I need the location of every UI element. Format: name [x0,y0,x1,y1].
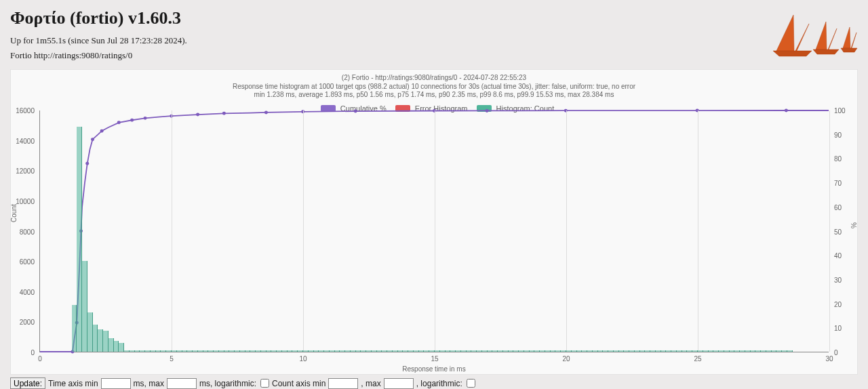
y-left-tick: 0 [31,349,35,356]
histogram-bar [467,350,472,352]
x-tick: 20 [562,355,570,363]
y-right-tick: 10 [834,325,842,332]
svg-point-4 [91,138,94,141]
svg-point-11 [222,112,226,115]
histogram-bar [477,350,482,352]
histogram-bar [314,350,319,352]
x-tick: 0 [38,355,42,363]
count-axis-min-input[interactable] [328,378,358,389]
histogram-bar [524,350,530,352]
histogram-bar [256,350,261,352]
time-axis-log-checkbox[interactable] [260,379,269,388]
histogram-bar [366,350,372,352]
histogram-bar [713,350,719,352]
histogram-bar [72,305,77,352]
chart-title-line3: min 1.238 ms, average 1.893 ms, p50 1.56… [11,91,857,100]
histogram-bar [172,350,177,352]
histogram-bar [361,350,366,352]
histogram-bar [572,350,577,352]
plot-area: 0510152025300200040006000800010000120001… [39,110,829,352]
svg-point-12 [264,110,268,114]
y-right-tick: 50 [834,228,842,235]
histogram-bar [324,350,330,352]
histogram-bar [377,350,382,352]
count-axis-log-label: , logarithmic: [416,379,462,388]
histogram-bar [551,350,556,352]
histogram-bar [271,350,277,352]
histogram-bar [408,350,414,352]
histogram-bar [187,350,193,352]
svg-point-10 [196,113,199,117]
histogram-bar [198,350,203,352]
histogram-bar [608,350,614,352]
histogram-bar [471,350,477,352]
x-tick: 25 [694,355,701,363]
histogram-bar [692,350,698,352]
histogram-bar [214,350,219,352]
histogram-bar [219,350,224,352]
histogram-bar [530,350,535,352]
y-left-tick: 16000 [16,107,35,115]
histogram-bar [719,350,724,352]
time-axis-max-input[interactable] [167,378,197,389]
histogram-bar [156,350,161,352]
y-left-tick: 10000 [16,197,35,205]
svg-point-6 [117,121,121,124]
count-axis-max-input[interactable] [384,378,414,389]
histogram-bar [224,350,230,352]
histogram-bar [419,350,425,352]
histogram-bar [309,350,314,352]
svg-point-7 [130,119,134,122]
count-axis-log-checkbox[interactable] [467,379,475,388]
histogram-bar [776,350,782,352]
histogram-bar [140,350,145,352]
y-left-tick: 8000 [20,228,35,235]
histogram-bar [624,350,629,352]
histogram-bar [124,350,130,352]
y-right-axis-title: % [851,222,859,228]
x-tick: 15 [431,355,438,363]
page-title: Φορτίο (fortio) v1.60.3 [10,8,858,28]
histogram-bar [319,350,324,352]
histogram-bar [93,325,98,352]
histogram-bar [782,350,787,352]
update-button[interactable]: Update: [10,377,45,389]
histogram-bar [340,350,345,352]
y-right-tick: 70 [834,180,842,187]
y-left-tick: 14000 [16,137,35,144]
histogram-bar [277,350,282,352]
histogram-bar [82,261,87,352]
histogram-bar [351,350,356,352]
histogram-bar [709,350,714,352]
histogram-bar [108,338,114,352]
histogram-bar [740,350,745,352]
x-tick: 5 [170,355,174,363]
time-axis-log-label: ms, logarithmic: [199,379,256,388]
histogram-bar [267,350,272,352]
histogram-bar [303,350,309,352]
histogram-bar [619,350,625,352]
histogram-bar [298,350,303,352]
y-left-tick: 2000 [20,319,35,326]
y-right-tick: 90 [834,131,842,138]
histogram-bar [734,350,740,352]
histogram-bar [582,350,587,352]
histogram-bar [261,350,267,352]
histogram-bar [98,329,103,352]
histogram-bar [130,350,135,352]
histogram-bar [761,350,766,352]
y-right-tick: 20 [834,300,842,308]
histogram-bar [656,350,661,352]
histogram-bar [730,350,735,352]
histogram-bar [193,350,198,352]
histogram-bar [461,350,467,352]
histogram-bar [245,350,251,352]
svg-point-3 [85,162,89,165]
time-axis-min-input[interactable] [101,378,131,389]
fortio-logo [770,7,858,58]
histogram-bar [103,331,108,352]
svg-point-8 [144,117,147,120]
histogram-bar [145,350,151,352]
time-axis-min-label: Time axis min [48,379,98,388]
histogram-bar [650,350,656,352]
